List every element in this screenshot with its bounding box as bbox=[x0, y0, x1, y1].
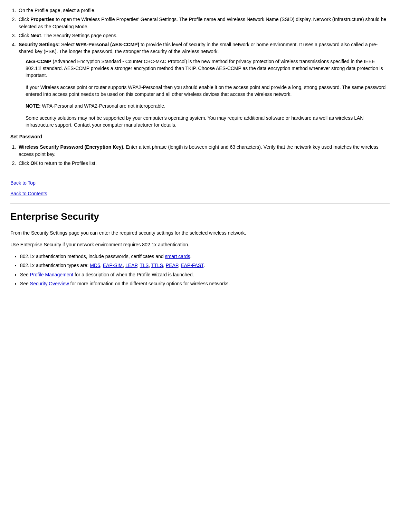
ttls-link[interactable]: TTLS bbox=[151, 263, 163, 268]
set-password-steps-list: Wireless Security Password (Encryption K… bbox=[17, 144, 390, 167]
eap-fast-link[interactable]: EAP-FAST bbox=[181, 263, 203, 268]
step-3: Click Next. The Security Settings page o… bbox=[17, 32, 390, 39]
top-steps-list: On the Profile page, select a profile. C… bbox=[17, 7, 390, 128]
md5-link[interactable]: MD5 bbox=[90, 263, 100, 268]
peap-link[interactable]: PEAP bbox=[166, 263, 178, 268]
some-security-paragraph: Some security solutions may not be suppo… bbox=[26, 115, 390, 129]
step-2: Click Properties to open the Wireless Pr… bbox=[17, 16, 390, 30]
set-password-heading: Set Password bbox=[10, 133, 390, 140]
main-content: On the Profile page, select a profile. C… bbox=[10, 7, 390, 287]
enterprise-para-1: From the Security Settings page you can … bbox=[10, 229, 390, 236]
bullet-item-3: See Profile Management for a description… bbox=[20, 271, 390, 278]
set-password-step-1: Wireless Security Password (Encryption K… bbox=[17, 144, 390, 158]
aes-paragraph: AES-CCMP (Advanced Encryption Standard -… bbox=[26, 58, 390, 128]
smart-cards-link[interactable]: smart cards bbox=[165, 254, 190, 259]
step-1: On the Profile page, select a profile. bbox=[17, 7, 390, 14]
eap-sim-link[interactable]: EAP-SIM bbox=[103, 263, 123, 268]
leap-link[interactable]: LEAP bbox=[125, 263, 137, 268]
enterprise-bullet-list: 802.1x authentication methods, include p… bbox=[20, 253, 390, 287]
wpa2-paragraph: If your Wireless access point or router … bbox=[26, 84, 390, 98]
divider-top bbox=[10, 173, 390, 173]
security-overview-link[interactable]: Security Overview bbox=[30, 281, 69, 286]
enterprise-security-section: Enterprise Security From the Security Se… bbox=[10, 210, 390, 287]
divider-bottom bbox=[10, 203, 390, 204]
enterprise-para-2: Use Enterprise Security if your network … bbox=[10, 241, 390, 248]
tls-link[interactable]: TLS bbox=[140, 263, 149, 268]
step-4: Security Settings: Select WPA-Personal (… bbox=[17, 41, 390, 128]
back-to-contents-link[interactable]: Back to Contents bbox=[10, 191, 47, 196]
bullet-item-4: See Security Overview for more informati… bbox=[20, 280, 390, 287]
enterprise-security-heading: Enterprise Security bbox=[10, 210, 390, 224]
note-paragraph: NOTE: WPA-Personal and WPA2-Personal are… bbox=[26, 102, 390, 109]
back-to-contents-nav: Back to Contents bbox=[10, 190, 390, 197]
back-to-top-nav: Back to Top bbox=[10, 179, 390, 186]
profile-management-link[interactable]: Profile Management bbox=[30, 272, 73, 277]
bullet-item-1: 802.1x authentication methods, include p… bbox=[20, 253, 390, 260]
set-password-step-2: Click OK to return to the Profiles list. bbox=[17, 160, 390, 167]
back-to-top-link[interactable]: Back to Top bbox=[10, 180, 36, 186]
bullet-item-2: 802.1x authentication types are: MD5, EA… bbox=[20, 262, 390, 269]
